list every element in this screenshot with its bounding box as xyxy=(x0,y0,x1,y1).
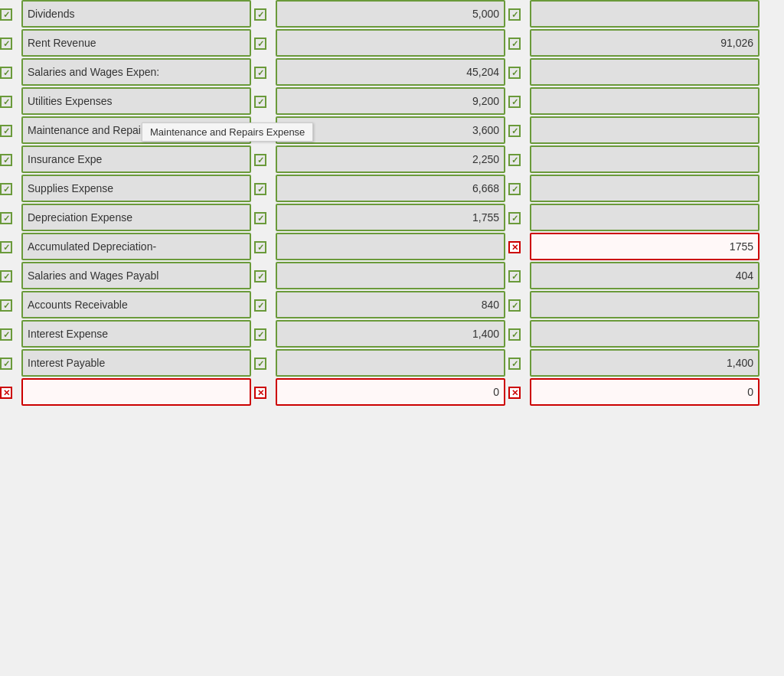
col1-checkbox[interactable] xyxy=(0,125,12,137)
col1-label-field[interactable] xyxy=(21,378,251,406)
col2-value-field[interactable]: 6,668 xyxy=(276,175,505,202)
col2-value-field[interactable]: 1,400 xyxy=(276,320,505,348)
col1-label-field[interactable]: Dividends xyxy=(21,0,251,28)
col2-checkbox[interactable] xyxy=(254,387,266,399)
col3-checkbox[interactable] xyxy=(508,125,521,137)
col1-checkbox[interactable] xyxy=(0,154,12,166)
col1-label-field[interactable]: Insurance Expe xyxy=(21,145,251,173)
col1-label-field[interactable]: Accumulated Depreciation- xyxy=(21,233,251,260)
col2-check-cell xyxy=(254,240,276,253)
col1-label-field[interactable]: Utilities Expenses xyxy=(21,87,251,115)
col2-value-field[interactable] xyxy=(276,29,505,57)
col3-checkbox[interactable] xyxy=(508,154,521,166)
col3-value-field[interactable] xyxy=(530,0,760,28)
col2-group: 6,668 xyxy=(254,175,508,202)
col2-checkbox[interactable] xyxy=(254,299,266,312)
col3-value-field[interactable]: 1755 xyxy=(530,233,760,260)
col2-value-field[interactable] xyxy=(276,233,505,260)
col2-checkbox[interactable] xyxy=(254,358,266,370)
col1-label-field[interactable]: Accounts Receivable xyxy=(21,291,251,318)
col3-checkbox[interactable] xyxy=(508,358,521,370)
main-container: Dividends 5,000 Rent Reven xyxy=(0,0,784,406)
col3-checkbox[interactable] xyxy=(508,387,521,399)
col3-checkbox[interactable] xyxy=(508,212,521,224)
col3-value-field[interactable] xyxy=(530,116,760,144)
col1-label-field[interactable]: Salaries and Wages Payabl xyxy=(21,262,251,289)
col3-value-field[interactable] xyxy=(530,175,760,202)
col2-value-field[interactable]: 1,755 xyxy=(276,204,505,231)
col3-checkbox[interactable] xyxy=(508,328,521,341)
col3-value-field[interactable]: 404 xyxy=(530,262,760,289)
col1-check-cell xyxy=(0,36,21,50)
col2-checkbox[interactable] xyxy=(254,212,266,224)
col3-checkbox[interactable] xyxy=(508,8,521,21)
col3-group: 1,400 xyxy=(508,349,760,377)
col2-value-field[interactable] xyxy=(276,349,505,377)
col2-value-text: 0 xyxy=(493,386,499,398)
col3-value-field[interactable] xyxy=(530,320,760,348)
col3-group: 1755 xyxy=(508,233,760,260)
col2-value-field[interactable]: 9,200 xyxy=(276,87,505,115)
col1-checkbox[interactable] xyxy=(0,38,12,50)
col2-value-text: 5,000 xyxy=(472,8,499,20)
col2-checkbox[interactable] xyxy=(254,96,266,108)
col3-checkbox[interactable] xyxy=(508,241,521,253)
col2-checkbox[interactable] xyxy=(254,154,266,166)
col1-label-text: Depreciation Expense xyxy=(28,211,132,224)
col2-value-field[interactable] xyxy=(276,262,505,289)
col2-value-field[interactable]: 2,250 xyxy=(276,145,505,173)
col1-checkbox[interactable] xyxy=(0,328,12,341)
col2-checkbox[interactable] xyxy=(254,270,266,282)
col2-checkbox[interactable] xyxy=(254,183,266,195)
col2-check-cell xyxy=(254,65,276,79)
col1-label-field[interactable]: Rent Revenue xyxy=(21,29,251,57)
col1-label-field[interactable]: Depreciation Expense xyxy=(21,204,251,231)
col3-value-field[interactable] xyxy=(530,87,760,115)
col3-checkbox[interactable] xyxy=(508,67,521,79)
col2-check-cell xyxy=(254,327,276,341)
col1-checkbox[interactable] xyxy=(0,387,12,399)
col3-checkbox[interactable] xyxy=(508,38,521,50)
col2-checkbox[interactable] xyxy=(254,67,266,79)
col3-value-field[interactable] xyxy=(530,145,760,173)
col1-group: Salaries and Wages Payabl xyxy=(0,262,254,289)
col1-checkbox[interactable] xyxy=(0,270,12,282)
col1-checkbox[interactable] xyxy=(0,8,12,21)
col2-value-field[interactable]: 840 xyxy=(276,291,505,318)
row-interest-payable: Interest Payable 1,400 xyxy=(0,349,784,377)
col3-value-field[interactable]: 1,400 xyxy=(530,349,760,377)
col3-checkbox[interactable] xyxy=(508,270,521,282)
col2-value-field[interactable]: 45,204 xyxy=(276,58,505,86)
col3-value-field[interactable] xyxy=(530,58,760,86)
col1-checkbox[interactable] xyxy=(0,183,12,195)
col2-value-field[interactable]: 0 xyxy=(276,378,505,406)
col1-checkbox[interactable] xyxy=(0,299,12,312)
col3-value-field[interactable] xyxy=(530,204,760,231)
col1-checkbox[interactable] xyxy=(0,241,12,253)
col3-value-field[interactable]: 91,026 xyxy=(530,29,760,57)
col2-value-field[interactable]: 5,000 xyxy=(276,0,505,28)
col3-value-field[interactable]: 0 xyxy=(530,378,760,406)
col1-label-field[interactable]: Salaries and Wages Expen: xyxy=(21,58,251,86)
col1-label-field[interactable]: Supplies Expense xyxy=(21,175,251,202)
col3-checkbox[interactable] xyxy=(508,299,521,312)
col2-checkbox[interactable] xyxy=(254,8,266,21)
col1-label-text: Salaries and Wages Payabl xyxy=(28,269,158,282)
col1-group: Salaries and Wages Expen: xyxy=(0,58,254,86)
col1-group: Insurance Expe xyxy=(0,145,254,173)
col1-check-cell xyxy=(0,356,21,370)
col2-checkbox[interactable] xyxy=(254,241,266,253)
col2-checkbox[interactable] xyxy=(254,38,266,50)
col2-group: 5,000 xyxy=(254,0,508,28)
col3-value-text: 1,400 xyxy=(727,357,753,369)
col1-checkbox[interactable] xyxy=(0,96,12,108)
col3-checkbox[interactable] xyxy=(508,183,521,195)
col2-checkbox[interactable] xyxy=(254,328,266,341)
col3-checkbox[interactable] xyxy=(508,96,521,108)
col1-checkbox[interactable] xyxy=(0,358,12,370)
col1-checkbox[interactable] xyxy=(0,212,12,224)
col1-label-field[interactable]: Interest Expense xyxy=(21,320,251,348)
col1-label-field[interactable]: Interest Payable xyxy=(21,349,251,377)
col1-checkbox[interactable] xyxy=(0,67,12,79)
col3-value-field[interactable] xyxy=(530,291,760,318)
